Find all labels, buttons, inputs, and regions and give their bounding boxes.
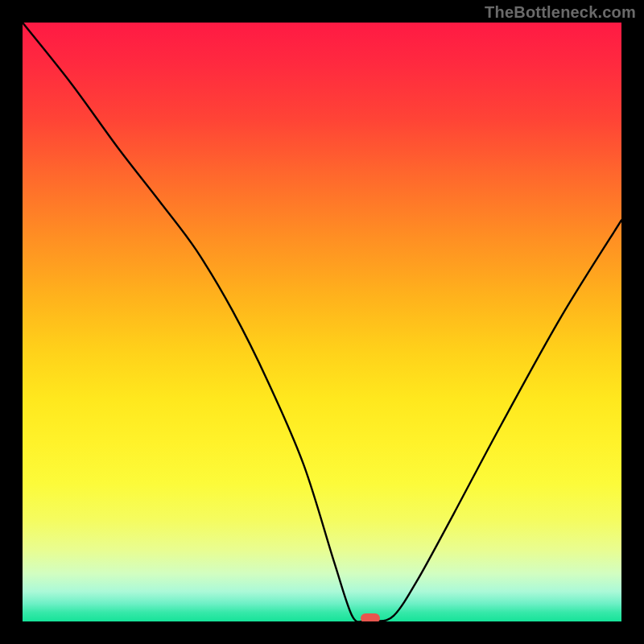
plot-area — [23, 23, 621, 621]
watermark-label: TheBottleneck.com — [485, 3, 636, 22]
chart-frame: TheBottleneck.com — [0, 0, 644, 644]
optimal-marker — [361, 613, 380, 621]
bottleneck-curve — [23, 23, 621, 621]
